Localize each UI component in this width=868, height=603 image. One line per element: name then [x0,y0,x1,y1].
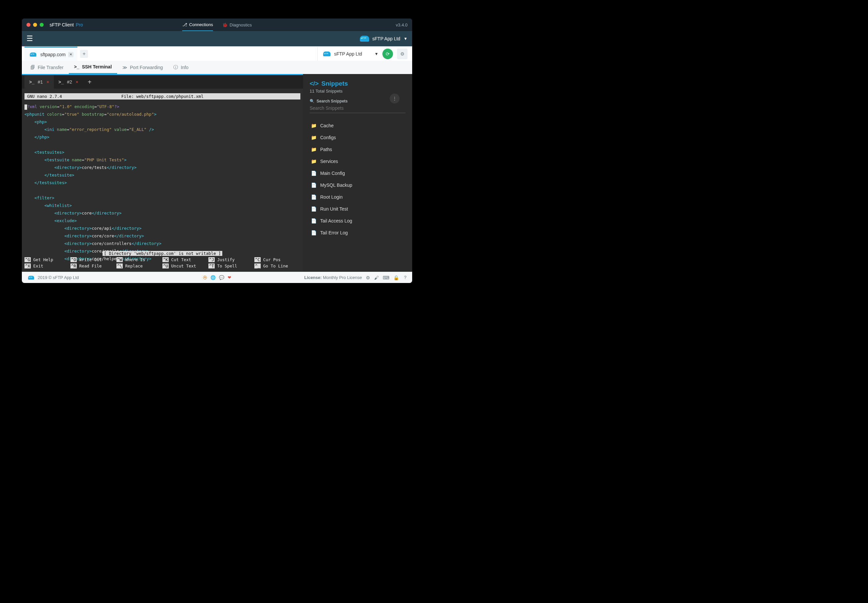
terminal-tabstrip: >_ #1 ✕ >_ #2 ✕ + [22,74,303,88]
code-icon: </> [310,80,319,87]
code-line: <filter> [25,194,300,202]
folder-icon: 📁 [311,159,316,164]
tab-connections-label: Connections [189,22,213,27]
version-label: v3.4.0 [396,23,408,28]
search-icon: 🔍 [310,99,315,104]
terminal-tab-label: #2 [67,79,73,85]
code-line: <ini name="error_reporting" value="E_ALL… [25,125,300,133]
snippet-file[interactable]: 📄Tail Error Log [310,227,406,239]
cloud-logo-icon [360,36,369,42]
refresh-button[interactable]: ⟳ [383,49,393,59]
add-tab-button[interactable]: + [80,50,88,58]
tab-connections[interactable]: ⎇ Connections [182,19,213,31]
terminal-output[interactable]: GNU nano 2.7.4 File: web/sftpapp.com/php… [22,88,303,272]
main-toolbar: ☰ sFTP App Ltd ▼ [22,31,412,46]
snippet-file[interactable]: 📄Main Config [310,167,406,179]
keyboard-icon[interactable]: ⌨ [383,275,389,280]
settings-button[interactable]: ⚙ [397,49,408,59]
lifebuoy-icon[interactable]: ⦿ [203,275,207,280]
nano-key: ^O Write Out [70,257,116,263]
file-icon: 📄 [311,218,316,224]
site-tab-label: sftpapp.com [40,52,65,57]
folder-icon: 📁 [311,135,316,140]
search-label-text: Search Snippets [316,99,348,104]
gear-icon: ⚙ [400,51,405,57]
code-line: ?xml version="1.0" encoding="UTF-8"?> [25,103,300,110]
file-icon: 📄 [311,171,316,176]
close-tab-button[interactable]: ✕ [68,52,73,57]
maximize-window-button[interactable] [40,23,44,27]
terminal-tab-2[interactable]: >_ #2 ✕ [54,76,83,88]
site-tabstrip: sftpapp.com ✕ + sFTP App Ltd ▼ ⟳ ⚙ [22,46,412,61]
snippet-folder[interactable]: 📁Services [310,155,406,167]
close-terminal-tab-button[interactable]: ✕ [46,80,49,84]
snippet-label: MySQL Backup [320,182,352,188]
subtab-ssh-terminal[interactable]: >_ SSH Terminal [69,61,117,74]
chevron-down-icon[interactable]: ▼ [404,36,408,41]
code-line: <exclude> [25,217,300,224]
prompt-icon: >_ [59,79,64,85]
chat-icon[interactable]: 💬 [219,275,224,280]
file-icon: 📄 [311,230,316,235]
snippets-search-input[interactable] [310,104,406,113]
terminal-tab-label: #1 [38,79,43,85]
snippets-title: </> Snippets [310,80,406,87]
code-line: <whitelist> [25,202,300,209]
statusbar: 2019 © sFTP App Ltd ⦿ 🌐 💬 ❤ License: Mon… [22,272,412,283]
tab-diagnostics[interactable]: 🐞 Diagnostics [222,19,252,31]
app-edition: Pro [76,22,83,28]
snippet-file[interactable]: 📄Tail Access Log [310,215,406,227]
snippets-title-text: Snippets [321,80,348,87]
snippet-label: Tail Access Log [320,218,352,224]
close-window-button[interactable] [26,23,30,27]
cursor-icon [25,104,27,110]
nano-key: ^\ Replace [116,263,163,269]
copyright-label: 2019 © sFTP App Ltd [38,275,79,280]
nano-message: [ Directory 'web/sftpapp.com' is not wri… [102,251,222,256]
snippet-file[interactable]: 📄MySQL Backup [310,179,406,191]
terminal-tab-1[interactable]: >_ #1 ✕ [25,76,54,88]
brush-icon[interactable]: 🖌 [374,275,379,280]
subtab-info[interactable]: ⓘ Info [168,61,194,74]
cloud-logo-icon [30,52,36,57]
snippets-more-button[interactable]: ⋮ [390,94,400,104]
subtab-file-transfer[interactable]: 🗐 File Transfer [25,61,69,74]
heart-icon[interactable]: ❤ [228,275,231,280]
app-title: sFTP Client [50,22,74,28]
snippet-folder[interactable]: 📁Paths [310,144,406,155]
fork-icon: ⎇ [182,22,187,27]
snippet-file[interactable]: 📄Root Login [310,191,406,203]
code-line: <phpunit colors="true" bootstrap="core/a… [25,110,300,118]
help-icon[interactable]: ？ [403,275,408,281]
code-line: </php> [25,133,300,141]
minimize-window-button[interactable] [33,23,37,27]
code-line [25,141,300,148]
gear-icon[interactable]: ⚙ [366,275,370,280]
globe-icon[interactable]: 🌐 [210,275,215,280]
snippet-folder[interactable]: 📁Cache [310,120,406,131]
file-icon: 📄 [311,194,316,199]
nano-key: ^T To Spell [208,263,254,269]
code-line: <php> [25,118,300,125]
snippets-sidebar: </> Snippets 11 Total Snippets ⋮ 🔍 Searc… [303,74,412,272]
code-line: <directory>core/core</directory> [25,232,300,240]
cloud-logo-icon [323,51,330,56]
profile-selector[interactable]: sFTP App Ltd ▼ [322,51,378,57]
snippet-list: 📁Cache📁Configs📁Paths📁Services📄Main Confi… [310,120,406,239]
license-label: License: [304,275,322,280]
refresh-icon: ⟳ [386,51,390,57]
snippet-folder[interactable]: 📁Configs [310,131,406,144]
chevron-down-icon: ▼ [374,51,378,56]
code-line: <testsuite name="PHP Unit Tests"> [25,156,300,164]
app-window: sFTP Client Pro ⎇ Connections 🐞 Diagnost… [22,19,412,283]
close-terminal-tab-button[interactable]: ✕ [76,80,78,84]
subtab-port-forwarding[interactable]: ≫ Port Forwarding [117,61,168,74]
snippet-file[interactable]: 📄Run Unit Test [310,203,406,215]
site-tab[interactable]: sftpapp.com ✕ [25,46,78,61]
add-terminal-tab-button[interactable]: + [83,76,96,88]
code-line: <directory>core</directory> [25,209,300,217]
profile-label: sFTP App Ltd [334,51,362,57]
lock-icon[interactable]: 🔒 [393,275,399,280]
tab-diagnostics-label: Diagnostics [229,23,252,28]
menu-button[interactable]: ☰ [26,34,33,43]
